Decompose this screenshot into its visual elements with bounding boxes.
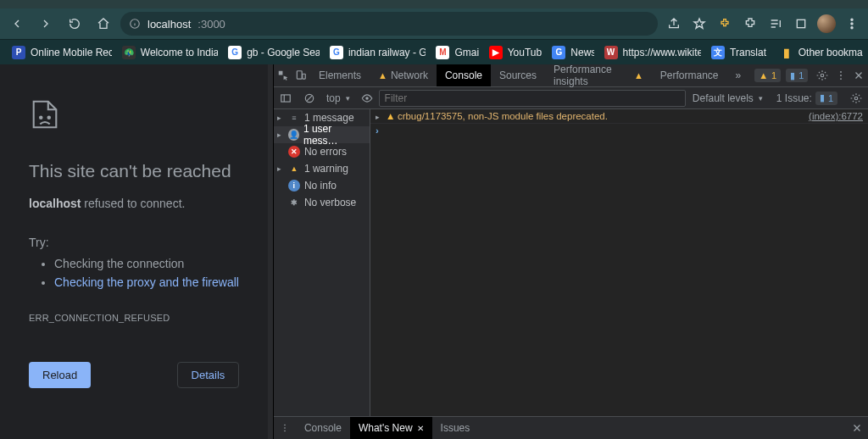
home-button[interactable] xyxy=(92,12,115,36)
devtools-close-button[interactable] xyxy=(849,64,868,86)
tab-performance-insights[interactable]: Performance insights ▲ xyxy=(545,64,652,86)
svg-point-9 xyxy=(821,74,824,77)
sidebar-verbose[interactable]: ✱No verbose xyxy=(274,194,370,211)
sidebar-user-messages[interactable]: ▸👤1 user mess… xyxy=(274,126,370,143)
console-prompt[interactable]: › xyxy=(370,124,868,137)
chrome-menu-button[interactable] xyxy=(841,12,863,36)
tab-overview-button[interactable] xyxy=(790,12,812,36)
svg-point-18 xyxy=(284,427,286,429)
tab-elements[interactable]: Elements xyxy=(310,64,370,86)
devtools-menu-icon[interactable] xyxy=(832,64,850,86)
sidebar-toggle-icon[interactable] xyxy=(274,87,298,108)
console-output[interactable]: ▸ ▲ crbug/1173575, non-JS module files d… xyxy=(370,109,868,416)
live-expression-icon[interactable] xyxy=(355,87,379,108)
svg-point-11 xyxy=(840,75,842,76)
source-link[interactable]: (index):6772 xyxy=(809,111,863,121)
bookmark-item[interactable]: Ggb - Google Search xyxy=(221,42,320,63)
drawer-tab-console[interactable]: Console xyxy=(296,417,350,439)
bookmark-item[interactable]: POnline Mobile Rech… xyxy=(5,42,112,63)
reading-list-button[interactable] xyxy=(765,12,787,36)
svg-point-17 xyxy=(284,425,286,426)
warning-icon: ▲ xyxy=(634,70,643,81)
sidebar-info[interactable]: iNo info xyxy=(274,177,370,194)
extensions-button[interactable] xyxy=(739,12,761,36)
reload-button[interactable] xyxy=(63,12,86,36)
details-button[interactable]: Details xyxy=(177,362,240,388)
share-button[interactable] xyxy=(663,12,685,36)
devtools-panel: Elements ▲Network Console Sources Perfor… xyxy=(273,64,868,439)
bookmark-item[interactable]: GNews xyxy=(545,42,593,63)
context-selector[interactable]: top xyxy=(321,87,355,108)
bookmark-item[interactable]: 文Translate xyxy=(704,42,766,63)
expand-icon[interactable]: ▸ xyxy=(376,111,386,121)
device-toggle-icon[interactable] xyxy=(292,64,310,86)
console-sidebar: ▸≡1 message ▸👤1 user mess… ✕No errors ▸▲… xyxy=(274,109,370,416)
svg-rect-1 xyxy=(797,19,804,27)
issues-button[interactable]: 1 Issue:▮ 1 xyxy=(770,87,844,108)
forward-button[interactable] xyxy=(34,12,58,36)
extensions-warn-icon[interactable] xyxy=(714,12,736,36)
sad-page-icon xyxy=(29,98,61,131)
drawer-menu-icon[interactable] xyxy=(274,417,296,439)
drawer-tab-issues[interactable]: Issues xyxy=(432,417,479,439)
svg-point-6 xyxy=(48,117,50,119)
close-icon[interactable]: ✕ xyxy=(417,424,424,433)
devtools-tabs: Elements ▲Network Console Sources Perfor… xyxy=(274,64,868,87)
tab-performance[interactable]: Performance xyxy=(652,64,727,86)
svg-point-5 xyxy=(40,117,42,119)
error-title: This site can't be reached xyxy=(29,161,239,181)
error-message: localhost refused to connect. xyxy=(29,197,239,210)
svg-point-12 xyxy=(840,78,842,80)
inspect-element-icon[interactable] xyxy=(274,64,292,86)
error-suggestion: Checking the connection xyxy=(54,254,239,273)
svg-point-19 xyxy=(284,431,286,432)
bookmark-item[interactable]: MGmail xyxy=(429,42,478,63)
error-suggestion: Checking the proxy and the firewall xyxy=(54,273,239,292)
back-button[interactable] xyxy=(5,12,29,36)
clear-console-icon[interactable] xyxy=(298,87,321,108)
drawer-close-button[interactable] xyxy=(846,417,868,439)
error-page: This site can't be reached localhost ref… xyxy=(0,64,268,439)
svg-rect-8 xyxy=(303,74,306,79)
drawer-tab-whatsnew[interactable]: What's New✕ xyxy=(350,417,432,439)
tab-network[interactable]: ▲Network xyxy=(370,64,437,86)
profile-avatar[interactable] xyxy=(815,12,837,36)
svg-point-15 xyxy=(365,97,369,100)
tab-strip xyxy=(0,0,868,8)
url-host: localhost xyxy=(147,18,191,31)
site-info-icon xyxy=(129,18,141,30)
more-tabs-button[interactable] xyxy=(727,64,750,86)
error-try-label: Try: xyxy=(29,236,239,249)
url-port: :3000 xyxy=(198,18,225,31)
bookmark-star-button[interactable] xyxy=(688,12,710,36)
log-levels-selector[interactable]: Default levels xyxy=(686,87,770,108)
sidebar-warnings[interactable]: ▸▲1 warning xyxy=(274,160,370,177)
svg-rect-13 xyxy=(281,94,291,101)
bookmarks-bar: POnline Mobile Rech… 🦚Welcome to Indian…… xyxy=(0,39,868,64)
bookmark-item[interactable]: 🦚Welcome to Indian… xyxy=(115,42,218,63)
reload-button[interactable]: Reload xyxy=(29,362,91,388)
svg-rect-7 xyxy=(298,71,303,79)
address-bar[interactable]: localhost:3000 xyxy=(120,12,658,36)
settings-icon[interactable] xyxy=(813,64,832,86)
tab-sources[interactable]: Sources xyxy=(491,64,545,86)
console-settings-icon[interactable] xyxy=(844,87,868,108)
console-toolbar: top Default levels 1 Issue:▮ 1 xyxy=(274,87,868,109)
bookmark-item[interactable]: Gindian railway - Go… xyxy=(323,42,426,63)
warnings-badge[interactable]: ▲ 1 xyxy=(754,69,781,82)
svg-point-16 xyxy=(854,97,858,100)
console-filter-input[interactable] xyxy=(379,90,686,107)
other-bookmarks[interactable]: ▮Other bookmarks xyxy=(773,42,863,63)
browser-toolbar: localhost:3000 xyxy=(0,8,868,39)
info-badge[interactable]: ▮ 1 xyxy=(786,69,808,82)
console-warning-row[interactable]: ▸ ▲ crbug/1173575, non-JS module files d… xyxy=(370,109,868,124)
warning-icon: ▲ xyxy=(386,111,398,121)
svg-point-10 xyxy=(840,71,842,73)
devtools-drawer: Console What's New✕ Issues xyxy=(274,416,868,439)
tab-console[interactable]: Console xyxy=(437,64,491,86)
svg-point-2 xyxy=(851,19,853,20)
bookmark-item[interactable]: ▶YouTube xyxy=(482,42,542,63)
proxy-firewall-link[interactable]: Checking the proxy and the firewall xyxy=(54,275,239,289)
bookmark-item[interactable]: Whttps://www.wikitec… xyxy=(598,42,702,63)
warning-icon: ▲ xyxy=(378,70,387,81)
